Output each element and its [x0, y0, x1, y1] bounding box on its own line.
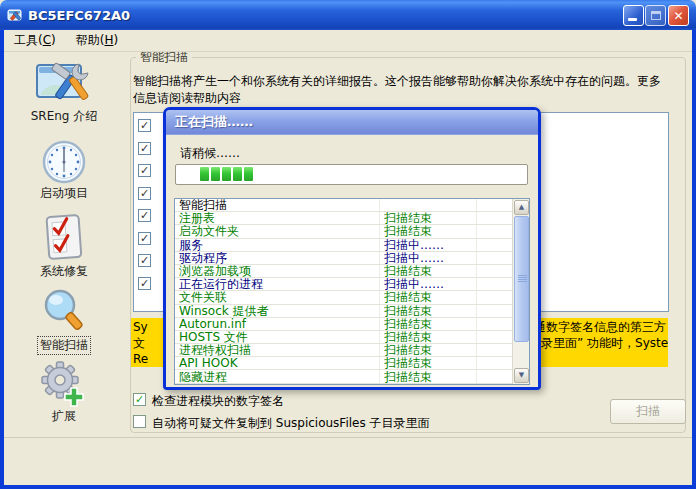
- app-window: BC5EFC672A0 ✕ 工具(C) 帮助(H) SREng 介绍: [0, 0, 696, 489]
- scan-item-name: 启动文件夹: [175, 225, 379, 237]
- scroll-up-button[interactable]: ▲: [514, 200, 529, 215]
- scan-item-extra-cell: [476, 291, 512, 303]
- scan-item-status: [379, 199, 476, 211]
- scan-option-checkbox[interactable]: ✓: [138, 232, 151, 245]
- scan-row[interactable]: 服务扫描中……: [175, 239, 512, 252]
- scan-list-scrollbar[interactable]: ▲ ▼: [512, 199, 529, 384]
- scan-row[interactable]: HOSTS 文件扫描结束: [175, 331, 512, 344]
- scan-item-status: 扫描结束: [379, 318, 476, 330]
- scan-button[interactable]: 扫描: [610, 399, 686, 424]
- scroll-down-button[interactable]: ▼: [514, 368, 529, 383]
- progress-block: [222, 167, 231, 181]
- smart-scan-description: 智能扫描将产生一个和你系统有关的详细报告。这个报告能够帮助你解决你系统中存在的问…: [133, 73, 681, 107]
- scan-option-checkbox[interactable]: ✓: [138, 277, 151, 290]
- scan-row[interactable]: Winsock 提供者扫描结束: [175, 305, 512, 318]
- minimize-icon: [628, 18, 637, 21]
- scan-item-name: Winsock 提供者: [175, 305, 379, 317]
- scanning-dialog: 正在扫描…… 请稍候…… 智能扫描注册表扫描结束启动文件夹扫描结束服务扫描中………: [163, 107, 541, 390]
- scan-item-extra-cell: [476, 199, 512, 211]
- scan-row[interactable]: 进程特权扫描扫描结束: [175, 344, 512, 357]
- scan-row[interactable]: 驱动程序扫描中……: [175, 252, 512, 265]
- scan-item-name: 智能扫描: [175, 199, 379, 211]
- scan-item-extra-cell: [476, 370, 512, 382]
- sidebar-item-system-repair[interactable]: 系统修复: [4, 213, 124, 280]
- scan-row[interactable]: 智能扫描: [175, 199, 512, 212]
- scan-item-name: HOSTS 文件: [175, 331, 379, 343]
- scan-item-name: 进程特权扫描: [175, 344, 379, 356]
- scan-item-extra-cell: [476, 239, 512, 251]
- scan-row[interactable]: 浏览器加载项扫描结束: [175, 265, 512, 278]
- scan-item-status: 扫描结束: [379, 370, 476, 382]
- tools-window-icon: [35, 58, 93, 108]
- sidebar-label-smart-scan: 智能扫描: [37, 336, 91, 355]
- copy-suspicious-checkbox[interactable]: [133, 415, 146, 428]
- scan-item-status: 扫描中……: [379, 239, 476, 251]
- scan-item-extra-cell: [476, 252, 512, 264]
- status-bar: Windows XP Professional Service Pack 2 (…: [4, 437, 692, 485]
- sidebar-item-extensions[interactable]: 扩展: [4, 360, 124, 425]
- dialog-body: 请稍候…… 智能扫描注册表扫描结束启动文件夹扫描结束服务扫描中……驱动程序扫描中…: [166, 135, 538, 387]
- window-border-right: [692, 30, 696, 489]
- scan-item-extra-cell: [476, 225, 512, 237]
- maximize-icon: [651, 11, 661, 20]
- magnifier-icon: [40, 288, 88, 336]
- dialog-title-bar[interactable]: 正在扫描……: [166, 110, 538, 135]
- scan-status-list[interactable]: 智能扫描注册表扫描结束启动文件夹扫描结束服务扫描中……驱动程序扫描中……浏览器加…: [174, 198, 530, 385]
- scan-option-checkbox[interactable]: ✓: [138, 187, 151, 200]
- sidebar-label-sreng-intro: SREng 介绍: [31, 108, 98, 125]
- scrollbar-thumb[interactable]: [514, 216, 529, 342]
- scan-item-extra-cell: [476, 278, 512, 290]
- scan-item-extra-cell: [476, 265, 512, 277]
- scan-item-status: 扫描结束: [379, 212, 476, 224]
- scan-item-name: Autorun.inf: [175, 318, 379, 330]
- minimize-button[interactable]: [623, 5, 644, 26]
- scan-row[interactable]: 启动文件夹扫描结束: [175, 225, 512, 238]
- scan-item-extra-cell: [476, 344, 512, 356]
- window-title: BC5EFC672A0: [28, 8, 130, 23]
- close-button[interactable]: ✕: [668, 5, 689, 26]
- sidebar-item-startup[interactable]: 启动项目: [4, 139, 124, 202]
- scan-item-extra-cell: [476, 212, 512, 224]
- signature-checkbox[interactable]: ✓: [133, 393, 146, 406]
- progress-block: [233, 167, 242, 181]
- scan-item-status: 扫描中……: [379, 278, 476, 290]
- scan-item-extra-cell: [476, 305, 512, 317]
- scan-row[interactable]: 注册表扫描结束: [175, 212, 512, 225]
- scan-row[interactable]: 正在运行的进程扫描中……: [175, 278, 512, 291]
- scan-item-status: 扫描结束: [379, 357, 476, 369]
- scan-option-checkbox[interactable]: ✓: [138, 142, 151, 155]
- window-border-left: [0, 30, 4, 489]
- scan-item-status: 扫描结束: [379, 265, 476, 277]
- clock-icon: [41, 139, 87, 185]
- scan-item-status: 扫描结束: [379, 305, 476, 317]
- dialog-title: 正在扫描……: [175, 113, 253, 131]
- scan-item-name: 服务: [175, 239, 379, 251]
- scan-row[interactable]: Autorun.inf扫描结束: [175, 318, 512, 331]
- sidebar-item-smart-scan[interactable]: 智能扫描: [4, 288, 124, 355]
- sidebar-item-sreng-intro[interactable]: SREng 介绍: [4, 58, 124, 125]
- title-bar[interactable]: BC5EFC672A0 ✕: [0, 0, 696, 30]
- copy-suspicious-checkbox-label: 自动将可疑文件复制到 SuspiciousFiles 子目录里面: [152, 415, 430, 432]
- scan-item-extra-cell: [476, 318, 512, 330]
- signature-checkbox-label: 检查进程模块的数字签名: [152, 393, 284, 410]
- window-border-bottom: [0, 485, 696, 489]
- gear-plus-icon: [40, 360, 88, 408]
- menu-help[interactable]: 帮助(H): [66, 30, 128, 51]
- scan-option-checkbox[interactable]: ✓: [138, 254, 151, 267]
- progress-block: [200, 167, 209, 181]
- scan-option-checkbox[interactable]: ✓: [138, 164, 151, 177]
- scan-item-name: 文件关联: [175, 291, 379, 303]
- scan-item-name: 驱动程序: [175, 252, 379, 264]
- scan-item-status: 扫描结束: [379, 344, 476, 356]
- scan-row[interactable]: 文件关联扫描结束: [175, 291, 512, 304]
- maximize-button[interactable]: [645, 5, 666, 26]
- scan-row[interactable]: API HOOK扫描结束: [175, 357, 512, 370]
- scan-option-checkbox[interactable]: ✓: [138, 119, 151, 132]
- menu-tools[interactable]: 工具(C): [4, 30, 66, 51]
- scan-row[interactable]: 隐藏进程扫描结束: [175, 370, 512, 383]
- scan-option-checkbox[interactable]: ✓: [138, 209, 151, 222]
- menu-bar: 工具(C) 帮助(H): [4, 30, 692, 52]
- scan-item-status: 扫描结束: [379, 331, 476, 343]
- scrollbar-grip-icon: [518, 275, 527, 282]
- please-wait-label: 请稍候……: [180, 145, 240, 162]
